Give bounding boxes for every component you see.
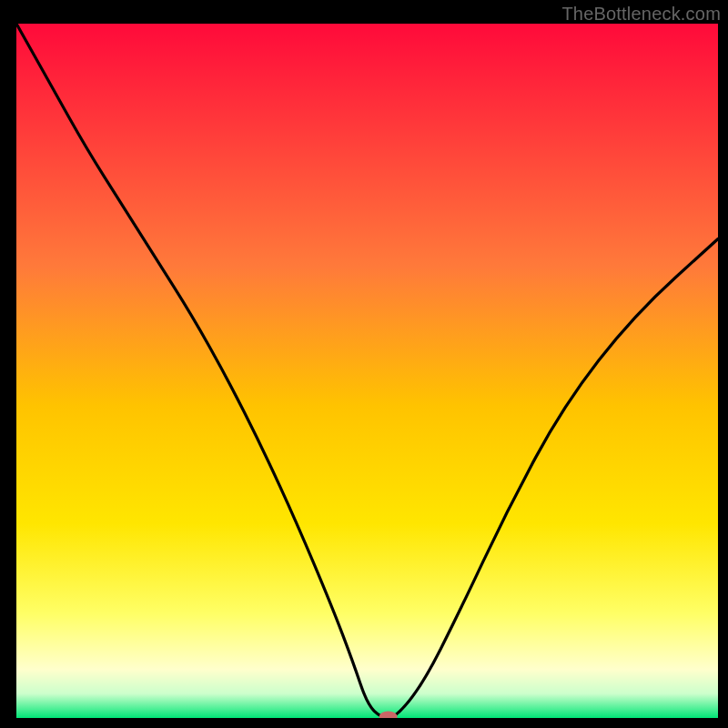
gradient-background xyxy=(16,24,718,718)
plot-area xyxy=(16,24,718,718)
plot-svg xyxy=(16,24,718,718)
attribution-text: TheBottleneck.com xyxy=(561,4,721,25)
chart-frame: TheBottleneck.com xyxy=(0,0,728,728)
